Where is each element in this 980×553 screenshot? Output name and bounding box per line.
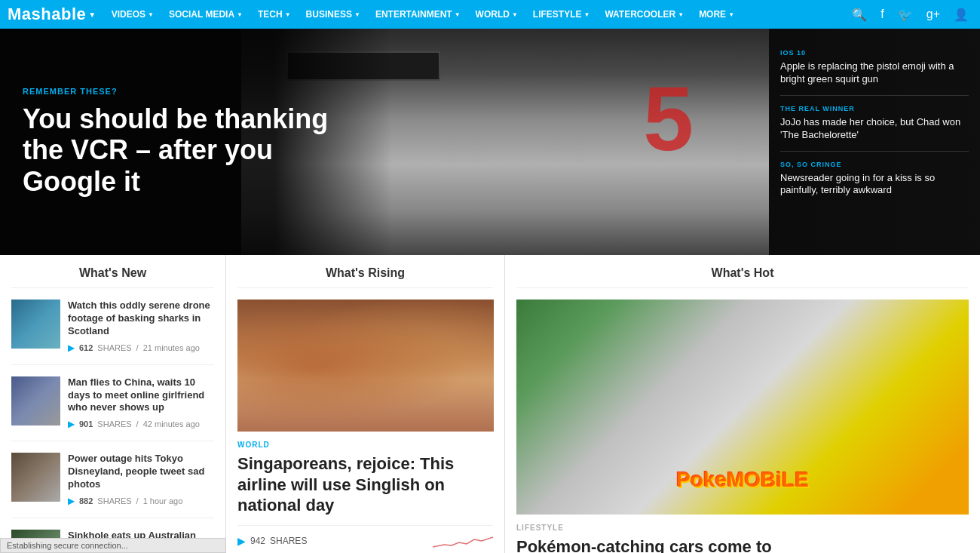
logo-dropdown-arrow: ▼ bbox=[88, 11, 96, 19]
trend-chart bbox=[433, 533, 493, 548]
shares-label-0: SHARES bbox=[97, 343, 131, 352]
shares-label-2: SHARES bbox=[97, 496, 131, 505]
news-thumb-1 bbox=[11, 376, 60, 426]
poke-text: PokeMOBiLE bbox=[676, 468, 809, 492]
whats-rising-section: What's Rising WORLD Singaporeans, rejoic… bbox=[226, 255, 505, 553]
news-meta-1: ▶ 901 SHARES / 42 minutes ago bbox=[68, 419, 214, 429]
sections-row: What's New Watch this oddly serene drone… bbox=[0, 255, 980, 553]
nav-item-tech[interactable]: TECH▼ bbox=[250, 0, 299, 29]
status-text: Establishing secure connection... bbox=[7, 541, 128, 550]
status-bar: Establishing secure connection... bbox=[0, 538, 226, 553]
sidebar-category-0: IOS 10 bbox=[780, 49, 969, 57]
news-content-1: Man flies to China, waits 10 days to mee… bbox=[68, 376, 214, 430]
nav-label: VIDEOS bbox=[112, 9, 145, 20]
nav-caret: ▼ bbox=[285, 11, 291, 18]
shares-icon-1: ▶ bbox=[68, 419, 75, 429]
news-thumb-0 bbox=[11, 300, 60, 349]
nav-item-business[interactable]: BUSINESS▼ bbox=[299, 0, 368, 29]
logo-text: Mashable bbox=[8, 5, 86, 24]
facebook-icon[interactable]: f bbox=[877, 8, 887, 21]
shares-icon-2: ▶ bbox=[68, 496, 75, 506]
news-headline-2: Power outage hits Tokyo Disneyland, peop… bbox=[68, 453, 214, 491]
nav-caret: ▼ bbox=[678, 11, 684, 18]
hero-sidebar-item-0[interactable]: IOS 10 Apple is replacing the pistol emo… bbox=[780, 40, 969, 96]
news-meta-2: ▶ 882 SHARES / 1 hour ago bbox=[68, 496, 214, 506]
rising-headline[interactable]: Singaporeans, rejoice: This airline will… bbox=[237, 453, 493, 516]
nav-caret: ▼ bbox=[584, 11, 590, 18]
user-icon[interactable]: 👤 bbox=[950, 8, 972, 22]
rising-shares-count: 942 bbox=[250, 536, 265, 546]
nav-caret: ▼ bbox=[237, 11, 243, 18]
nav-label: BUSINESS bbox=[306, 9, 352, 20]
sidebar-headline-0: Apple is replacing the pistol emoji with… bbox=[780, 60, 969, 86]
news-thumb-2 bbox=[11, 453, 60, 502]
hero-sidebar: IOS 10 Apple is replacing the pistol emo… bbox=[769, 29, 980, 255]
sidebar-headline-2: Newsreader going in for a kiss is so pai… bbox=[780, 172, 969, 198]
sidebar-category-1: THE REAL WINNER bbox=[780, 105, 969, 112]
hero-sidebar-item-2[interactable]: SO, SO CRINGE Newsreader going in for a … bbox=[780, 152, 969, 207]
nav-caret: ▼ bbox=[455, 11, 461, 18]
navbar: Mashable ▼ VIDEOS▼SOCIAL MEDIA▼TECH▼BUSI… bbox=[0, 0, 980, 29]
hero-title[interactable]: You should be thanking the VCR – after y… bbox=[23, 103, 369, 197]
nav-label: WATERCOOLER bbox=[605, 9, 675, 20]
nav-caret: ▼ bbox=[512, 11, 518, 18]
news-headline-1: Man flies to China, waits 10 days to mee… bbox=[68, 376, 214, 415]
nav-caret: ▼ bbox=[728, 11, 734, 18]
hot-image[interactable]: PokeMOBiLE bbox=[516, 300, 969, 515]
rising-meta: ▶ 942 SHARES bbox=[237, 525, 493, 548]
nav-caret: ▼ bbox=[354, 11, 360, 18]
nav-item-lifestyle[interactable]: LIFESTYLE▼ bbox=[525, 0, 598, 29]
whats-hot-section: What's Hot PokeMOBiLE LIFESTYLE Pokémon-… bbox=[505, 255, 980, 553]
news-content-2: Power outage hits Tokyo Disneyland, peop… bbox=[68, 453, 214, 506]
rising-shares: ▶ 942 SHARES bbox=[237, 535, 307, 547]
hero-section: 5 REMEMBER THESE? You should be thanking… bbox=[0, 29, 980, 255]
search-icon[interactable]: 🔍 bbox=[848, 8, 871, 22]
whats-rising-title: What's Rising bbox=[237, 266, 493, 288]
shares-count-2: 882 bbox=[79, 496, 93, 505]
nav-item-entertainment[interactable]: ENTERTAINMENT▼ bbox=[368, 0, 468, 29]
nav-right: 🔍 f 🐦 g+ 👤 bbox=[848, 8, 972, 22]
nav-item-watercooler[interactable]: WATERCOOLER▼ bbox=[597, 0, 691, 29]
sidebar-category-2: SO, SO CRINGE bbox=[780, 161, 969, 168]
hot-category: LIFESTYLE bbox=[516, 524, 969, 532]
news-item-2[interactable]: Power outage hits Tokyo Disneyland, peop… bbox=[11, 453, 214, 518]
shares-label-1: SHARES bbox=[97, 419, 131, 429]
nav-label: LIFESTYLE bbox=[533, 9, 582, 20]
news-headline-0: Watch this oddly serene drone footage of… bbox=[68, 300, 214, 338]
nav-item-world[interactable]: WORLD▼ bbox=[468, 0, 525, 29]
nav-items: VIDEOS▼SOCIAL MEDIA▼TECH▼BUSINESS▼ENTERT… bbox=[104, 0, 849, 29]
news-item-0[interactable]: Watch this oddly serene drone footage of… bbox=[11, 300, 214, 365]
shares-arrow-icon: ▶ bbox=[237, 535, 246, 547]
hot-headline[interactable]: Pokémon-catching cars come to bbox=[516, 536, 969, 553]
site-logo[interactable]: Mashable ▼ bbox=[8, 5, 96, 24]
news-item-1[interactable]: Man flies to China, waits 10 days to mee… bbox=[11, 376, 214, 442]
rising-shares-label: SHARES bbox=[270, 536, 307, 546]
shares-count-0: 612 bbox=[79, 343, 93, 352]
shares-count-1: 901 bbox=[79, 419, 93, 429]
nav-label: ENTERTAINMENT bbox=[375, 9, 452, 20]
nav-item-more[interactable]: MORE▼ bbox=[691, 0, 742, 29]
hero-tag: REMEMBER THESE? bbox=[23, 87, 369, 96]
twitter-icon[interactable]: 🐦 bbox=[894, 8, 917, 22]
nav-item-social-media[interactable]: SOCIAL MEDIA▼ bbox=[161, 0, 250, 29]
whats-hot-title: What's Hot bbox=[516, 266, 969, 288]
news-content-0: Watch this oddly serene drone footage of… bbox=[68, 300, 214, 353]
sidebar-headline-1: JoJo has made her choice, but Chad won '… bbox=[780, 116, 969, 142]
news-items: Watch this oddly serene drone footage of… bbox=[11, 300, 214, 553]
rising-category: WORLD bbox=[237, 441, 493, 449]
nav-caret: ▼ bbox=[148, 11, 154, 18]
time-0: 21 minutes ago bbox=[143, 343, 200, 352]
google-plus-icon[interactable]: g+ bbox=[923, 8, 944, 21]
nav-label: WORLD bbox=[476, 9, 510, 20]
vcr-number: 5 bbox=[643, 66, 694, 171]
nav-label: TECH bbox=[258, 9, 283, 20]
hot-image-inner: PokeMOBiLE bbox=[516, 300, 969, 515]
rising-image-inner bbox=[237, 300, 494, 432]
hero-sidebar-item-1[interactable]: THE REAL WINNER JoJo has made her choice… bbox=[780, 96, 969, 152]
rising-image[interactable] bbox=[237, 300, 494, 432]
whats-new-title: What's New bbox=[11, 266, 214, 288]
news-meta-0: ▶ 612 SHARES / 21 minutes ago bbox=[68, 343, 214, 353]
time-2: 1 hour ago bbox=[143, 496, 183, 505]
hero-content: REMEMBER THESE? You should be thanking t… bbox=[0, 29, 392, 255]
nav-item-videos[interactable]: VIDEOS▼ bbox=[104, 0, 161, 29]
